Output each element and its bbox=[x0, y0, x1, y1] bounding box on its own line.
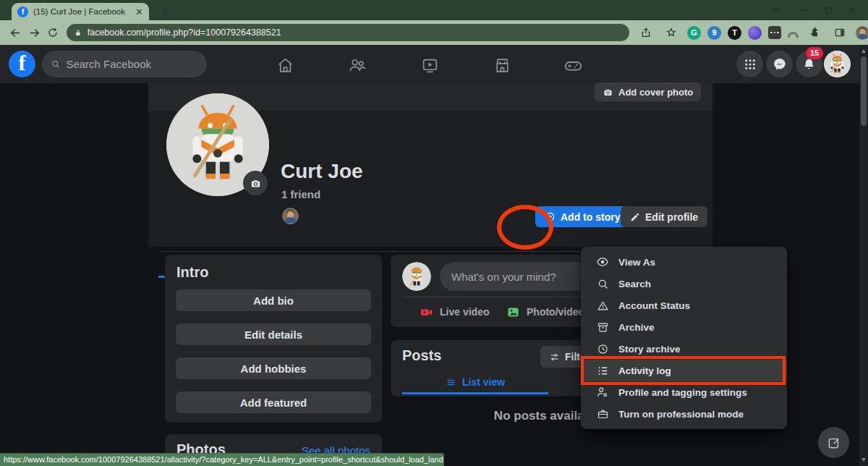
person-gear-icon bbox=[595, 385, 610, 399]
address-bar[interactable] bbox=[67, 24, 629, 41]
url-input[interactable] bbox=[88, 27, 622, 38]
add-to-story-label: Add to story bbox=[561, 211, 620, 223]
page-scrollbar[interactable] bbox=[859, 45, 868, 466]
dots-extension-icon[interactable] bbox=[768, 26, 781, 39]
share-icon bbox=[640, 27, 652, 38]
sphere-extension-icon[interactable] bbox=[748, 26, 762, 40]
posts-card-title: Posts bbox=[402, 347, 441, 364]
new-tab-button[interactable] bbox=[156, 3, 172, 19]
search-icon bbox=[595, 276, 610, 291]
android-avatar-icon bbox=[824, 51, 851, 77]
scroll-up-arrow[interactable] bbox=[861, 49, 866, 53]
search-input[interactable] bbox=[66, 58, 198, 70]
add-bio-button[interactable]: Add bio bbox=[176, 289, 371, 311]
back-button[interactable] bbox=[6, 23, 25, 42]
grammarly-extension-icon[interactable]: G bbox=[687, 26, 701, 40]
forward-button[interactable] bbox=[25, 23, 43, 42]
marketplace-icon bbox=[493, 56, 511, 75]
close-icon bbox=[848, 6, 857, 14]
list-view-label: List view bbox=[462, 376, 505, 388]
annotation-circle-more-options bbox=[497, 205, 553, 250]
menu-item-professional-mode[interactable]: Turn on professional mode bbox=[581, 403, 787, 425]
menu-item-search[interactable]: Search bbox=[581, 273, 787, 295]
side-panel-button[interactable] bbox=[830, 23, 849, 42]
tab-search-button[interactable] bbox=[764, 0, 788, 20]
list-view-tab[interactable]: List view bbox=[402, 372, 548, 394]
notification-badge: 15 bbox=[806, 47, 823, 59]
browser-tab[interactable]: f (15) Curt Joe | Facebook ✕ bbox=[12, 3, 149, 20]
facebook-favicon: f bbox=[17, 7, 28, 17]
live-video-label: Live video bbox=[440, 306, 489, 318]
scroll-down-arrow[interactable] bbox=[861, 458, 866, 462]
puzzle-icon bbox=[809, 27, 820, 38]
facebook-page: f bbox=[0, 45, 868, 466]
update-profile-picture-button[interactable] bbox=[243, 171, 268, 195]
edit-profile-button[interactable]: Edit profile bbox=[621, 206, 707, 227]
eye-icon bbox=[595, 255, 610, 269]
apps-menu-button[interactable] bbox=[736, 51, 763, 77]
person-photo-icon bbox=[282, 208, 299, 224]
scrollbar-thumb[interactable] bbox=[861, 56, 867, 126]
friend-count[interactable]: 1 friend bbox=[281, 188, 320, 200]
add-hobbies-button[interactable]: Add hobbies bbox=[176, 357, 371, 379]
live-video-button[interactable]: Live video bbox=[420, 300, 489, 324]
menu-item-account-status[interactable]: Account Status bbox=[581, 295, 787, 316]
facebook-search[interactable] bbox=[42, 51, 207, 77]
facebook-logo[interactable]: f bbox=[9, 51, 35, 77]
browser-titlebar: f (15) Curt Joe | Facebook ✕ bbox=[0, 0, 868, 20]
browser-profile-avatar[interactable] bbox=[856, 26, 868, 40]
add-cover-photo-button[interactable]: Add cover photo bbox=[595, 82, 701, 101]
arc-extension-icon[interactable] bbox=[788, 32, 799, 38]
minimize-icon bbox=[799, 6, 808, 14]
clock-icon bbox=[595, 342, 610, 356]
profile-header-section: Add cover photo Curt Joe 1 friend Add to… bbox=[148, 83, 712, 247]
t-extension-icon[interactable]: T bbox=[728, 26, 741, 40]
maximize-icon bbox=[825, 7, 833, 14]
bookmark-button[interactable] bbox=[662, 23, 681, 42]
status-bar-url: https://www.facebook.com/100079264388521… bbox=[0, 453, 444, 466]
edit-profile-label: Edit profile bbox=[645, 211, 698, 223]
person-photo-icon bbox=[856, 26, 868, 40]
compose-post-button[interactable] bbox=[818, 427, 849, 458]
pencil-icon bbox=[630, 212, 640, 222]
briefcase-icon bbox=[595, 407, 610, 421]
live-video-icon bbox=[420, 305, 433, 319]
nav-marketplace-tab[interactable] bbox=[488, 52, 516, 78]
menu-item-archive[interactable]: Archive bbox=[581, 316, 787, 338]
menu-item-view-as[interactable]: View As bbox=[581, 251, 787, 273]
badge9-extension-icon[interactable]: 9 bbox=[707, 26, 721, 40]
edit-details-button[interactable]: Edit details bbox=[176, 323, 371, 345]
reload-button[interactable] bbox=[43, 23, 62, 42]
camera-icon bbox=[603, 87, 613, 98]
nav-watch-tab[interactable] bbox=[415, 52, 444, 78]
maximize-button[interactable] bbox=[816, 0, 841, 20]
photo-video-button[interactable]: Photo/video bbox=[506, 300, 584, 324]
side-panel-icon bbox=[834, 27, 846, 38]
nav-gaming-tab[interactable] bbox=[558, 52, 587, 78]
menu-item-label: Archive bbox=[618, 322, 655, 333]
friend-avatar[interactable] bbox=[281, 206, 300, 226]
messenger-button[interactable] bbox=[766, 51, 793, 77]
chevron-down-icon bbox=[772, 6, 780, 14]
add-featured-button[interactable]: Add featured bbox=[176, 391, 371, 413]
messenger-icon bbox=[773, 57, 787, 72]
filters-icon bbox=[549, 352, 560, 363]
minimize-button[interactable] bbox=[791, 0, 816, 20]
facebook-header: f bbox=[0, 45, 859, 83]
extensions-button[interactable] bbox=[805, 23, 824, 42]
nav-friends-tab[interactable] bbox=[343, 52, 372, 78]
nav-home-tab[interactable] bbox=[271, 52, 299, 78]
annotation-box-activity-log bbox=[581, 356, 786, 385]
close-window-button[interactable] bbox=[841, 0, 865, 20]
share-button[interactable] bbox=[637, 23, 655, 42]
back-arrow-icon bbox=[9, 27, 22, 39]
tab-close-icon[interactable]: ✕ bbox=[135, 7, 143, 17]
tab-title: (15) Curt Joe | Facebook bbox=[33, 7, 130, 16]
composer-avatar[interactable] bbox=[402, 262, 431, 291]
home-icon bbox=[276, 56, 294, 75]
profile-avatar-button[interactable] bbox=[824, 51, 851, 77]
menu-item-label: Turn on professional mode bbox=[618, 409, 744, 420]
friends-icon bbox=[348, 56, 367, 75]
android-avatar-icon bbox=[402, 262, 431, 291]
star-icon bbox=[665, 27, 677, 38]
